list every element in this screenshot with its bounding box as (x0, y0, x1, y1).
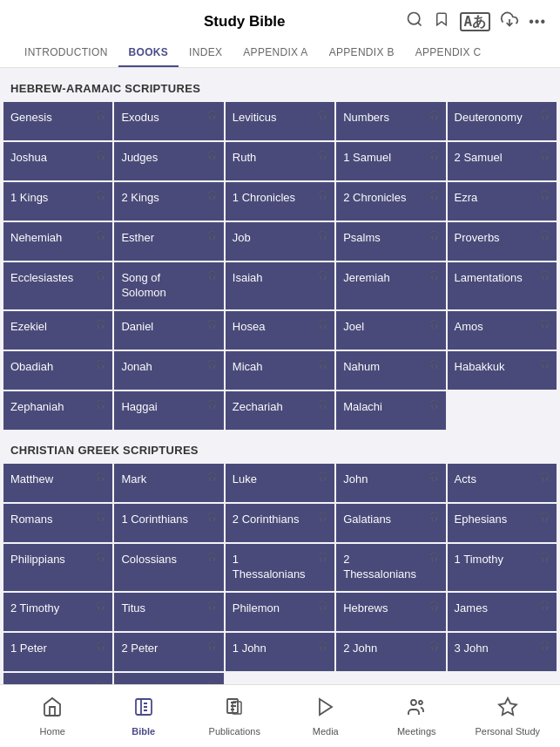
book-2-john[interactable]: 2 John🎧 (336, 633, 445, 671)
book-3-john[interactable]: 3 John🎧 (448, 633, 557, 671)
bottom-nav: HomeBiblePublicationsMediaMeetingsPerson… (0, 684, 560, 747)
book-1-peter[interactable]: 1 Peter🎧 (3, 633, 112, 671)
book-numbers[interactable]: Numbers🎧 (336, 102, 445, 140)
book-jeremiah[interactable]: Jeremiah🎧 (336, 262, 445, 309)
audio-icon: 🎧 (318, 472, 327, 481)
tab-appendix-c[interactable]: APPENDIX C (405, 39, 492, 67)
tab-appendix-a[interactable]: APPENDIX A (233, 39, 318, 67)
book-name: Haggai (121, 400, 203, 415)
book-1-john[interactable]: 1 John🎧 (226, 633, 334, 671)
book-exodus[interactable]: Exodus🎧 (114, 102, 223, 140)
book-job[interactable]: Job🎧 (226, 222, 334, 261)
book-ruth[interactable]: Ruth🎧 (226, 142, 334, 180)
book-micah[interactable]: Micah🎧 (226, 351, 334, 390)
book-2-chronicles[interactable]: 2 Chronicles🎧 (336, 182, 445, 221)
book-acts[interactable]: Acts🎧 (448, 464, 557, 502)
book-name: Zechariah (233, 400, 314, 415)
book-deuteronomy[interactable]: Deuteronomy🎧 (448, 102, 557, 140)
nav-item-meetings[interactable]: Meetings (371, 696, 462, 737)
audio-icon: 🎧 (318, 151, 327, 160)
book-colossians[interactable]: Colossians🎧 (114, 544, 223, 591)
book-zechariah[interactable]: Zechariah🎧 (226, 391, 334, 430)
book-leviticus[interactable]: Leviticus🎧 (226, 102, 334, 140)
book-1-timothy[interactable]: 1 Timothy🎧 (448, 544, 557, 591)
book-ecclesiastes[interactable]: Ecclesiastes🎧 (3, 262, 112, 309)
book-haggai[interactable]: Haggai🎧 (114, 391, 223, 430)
book-jonah[interactable]: Jonah🎧 (114, 351, 223, 390)
book-habakkuk[interactable]: Habakkuk🎧 (448, 351, 557, 390)
search-icon[interactable] (406, 10, 423, 32)
book-philemon[interactable]: Philemon🎧 (226, 593, 334, 631)
book-name: 2 Corinthians (233, 513, 314, 527)
book-name: Acts (455, 472, 536, 487)
svg-point-8 (419, 701, 422, 704)
book-zephaniah[interactable]: Zephaniah🎧 (3, 391, 112, 430)
book-titus[interactable]: Titus🎧 (114, 593, 223, 631)
book-romans[interactable]: Romans🎧 (3, 504, 112, 542)
svg-marker-6 (320, 699, 332, 715)
tab-books[interactable]: BOOKS (118, 39, 179, 67)
book-lamentations[interactable]: Lamentations🎧 (448, 262, 557, 309)
book-name: Nahum (343, 360, 425, 375)
book-judges[interactable]: Judges🎧 (114, 142, 223, 180)
book-1-samuel[interactable]: 1 Samuel🎧 (336, 142, 445, 180)
book-mark[interactable]: Mark🎧 (114, 464, 223, 502)
more-icon[interactable]: ••• (529, 14, 546, 30)
book-joel[interactable]: Joel🎧 (336, 311, 445, 350)
book-2-peter[interactable]: 2 Peter🎧 (114, 633, 223, 671)
book-name: Hosea (233, 320, 314, 335)
book-isaiah[interactable]: Isaiah🎧 (226, 262, 334, 309)
download-icon[interactable] (501, 10, 518, 32)
nav-item-home[interactable]: Home (7, 696, 98, 737)
book-esther[interactable]: Esther🎧 (114, 222, 223, 261)
book-name: Genesis (10, 111, 92, 126)
tab-appendix-b[interactable]: APPENDIX B (319, 39, 405, 67)
book-2-corinthians[interactable]: 2 Corinthians🎧 (226, 504, 334, 542)
bookmark-icon[interactable] (434, 10, 449, 32)
book-song-of-solomon[interactable]: Song of Solomon🎧 (114, 262, 223, 309)
book-ephesians[interactable]: Ephesians🎧 (448, 504, 557, 542)
book-hebrews[interactable]: Hebrews🎧 (336, 593, 445, 631)
book-1-kings[interactable]: 1 Kings🎧 (3, 182, 112, 221)
audio-icon: 🎧 (540, 642, 550, 650)
audio-icon: 🎧 (207, 320, 217, 329)
book-daniel[interactable]: Daniel🎧 (114, 311, 223, 350)
nav-item-media[interactable]: Media (280, 696, 372, 737)
book-name: 3 John (455, 642, 536, 656)
audio-icon: 🎧 (207, 472, 217, 481)
nav-item-publications[interactable]: Publications (189, 696, 280, 737)
book-philippians[interactable]: Philippians🎧 (3, 544, 112, 591)
book-galatians[interactable]: Galatians🎧 (336, 504, 445, 542)
book-1-chronicles[interactable]: 1 Chronicles🎧 (226, 182, 334, 221)
book-obadiah[interactable]: Obadiah🎧 (3, 351, 112, 390)
book-genesis[interactable]: Genesis🎧 (3, 102, 112, 140)
tab-introduction[interactable]: INTRODUCTION (14, 39, 118, 67)
book-nehemiah[interactable]: Nehemiah🎧 (3, 222, 112, 261)
book-ezekiel[interactable]: Ezekiel🎧 (3, 311, 112, 350)
book-2-timothy[interactable]: 2 Timothy🎧 (3, 593, 112, 631)
book-psalms[interactable]: Psalms🎧 (336, 222, 445, 261)
book-john[interactable]: John🎧 (336, 464, 445, 502)
book-2-kings[interactable]: 2 Kings🎧 (114, 182, 223, 221)
book-1-thessalonians[interactable]: 1 Thessalonians🎧 (226, 544, 334, 591)
tab-index[interactable]: INDEX (179, 39, 233, 67)
book-malachi[interactable]: Malachi🎧 (336, 391, 445, 430)
book-ezra[interactable]: Ezra🎧 (448, 182, 557, 221)
book-matthew[interactable]: Matthew🎧 (3, 464, 112, 502)
book-james[interactable]: James🎧 (448, 593, 557, 631)
book-proverbs[interactable]: Proverbs🎧 (448, 222, 557, 261)
book-luke[interactable]: Luke🎧 (226, 464, 334, 502)
nav-item-personal-study[interactable]: Personal Study (462, 696, 554, 737)
nav-item-bible[interactable]: Bible (98, 696, 190, 737)
book-name: Proverbs (455, 231, 536, 246)
book-amos[interactable]: Amos🎧 (448, 311, 557, 350)
book-2-thessalonians[interactable]: 2 Thessalonians🎧 (336, 544, 445, 591)
translate-icon[interactable]: Aあ (460, 12, 491, 31)
book-1-corinthians[interactable]: 1 Corinthians🎧 (114, 504, 223, 542)
book-nahum[interactable]: Nahum🎧 (336, 351, 445, 390)
book-hosea[interactable]: Hosea🎧 (226, 311, 334, 350)
book-joshua[interactable]: Joshua🎧 (3, 142, 112, 180)
audio-icon: 🎧 (540, 513, 550, 521)
book-2-samuel[interactable]: 2 Samuel🎧 (448, 142, 557, 180)
audio-icon: 🎧 (429, 601, 439, 610)
